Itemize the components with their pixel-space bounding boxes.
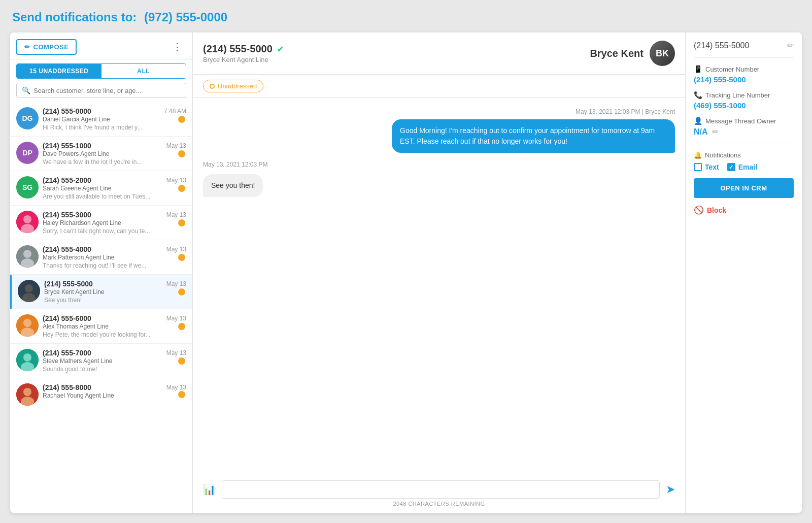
conversation-item-mp[interactable]: (214) 555-4000 May 13 Mark Patterson Age… (10, 240, 192, 275)
text-label: Text (705, 163, 719, 171)
unread-badge-mp (177, 253, 186, 262)
main-container: ✏ COMPOSE ⋮ 15 UNADDRESSED ALL 🔍 DG (214… (10, 32, 802, 513)
svg-point-7 (25, 284, 33, 292)
conversation-item-sm[interactable]: (214) 555-7000 May 13 Steve Mathers Agen… (10, 344, 192, 378)
conv-preview-sg: Are you still available to meet on Tues.… (43, 193, 186, 200)
conv-time-at: May 13 (166, 315, 186, 322)
conv-phone-ry: (214) 555-8000 (43, 383, 91, 391)
phone-icon: 📱 (694, 65, 702, 73)
conv-phone-hr: (214) 555-3000 (43, 211, 91, 219)
avatar-sg: SG (16, 176, 39, 199)
conv-time-bk: May 13 (166, 280, 186, 287)
person-icon: 👤 (694, 117, 702, 125)
verified-icon: ✔ (277, 44, 284, 55)
unread-badge-hr (177, 218, 186, 227)
message2-bubble: See you then! (203, 174, 263, 197)
right-phone: (214) 555-5000 (694, 41, 749, 50)
block-row[interactable]: 🚫 Block (694, 205, 794, 215)
conv-agent-sm: Steve Mathers Agent Line (43, 357, 186, 365)
bell-icon: 🔔 (694, 151, 702, 159)
svg-point-1 (23, 215, 31, 223)
tag-bar: Unaddressed (193, 75, 685, 98)
right-panel: (214) 555-5000 ✏ 📱 Customer Number (214)… (685, 32, 802, 513)
tracking-line-label-row: 📞 Tracking Line Number (694, 91, 794, 99)
avatar-mp (16, 245, 39, 268)
conversation-item-ry[interactable]: (214) 555-8000 May 13 Rachael Young Agen… (10, 378, 192, 411)
conv-body-sg: (214) 555-2000 May 13 Sarah Greene Agent… (43, 176, 186, 200)
conv-agent-bk: Bryce Kent Agent Line (44, 288, 186, 296)
conv-agent-sg: Sarah Greene Agent Line (43, 185, 186, 192)
conversation-item-sg[interactable]: SG (214) 555-2000 May 13 Sarah Greene Ag… (10, 171, 192, 206)
search-input[interactable] (33, 87, 181, 94)
edit-phone-icon[interactable]: ✏ (787, 41, 794, 50)
avatar-sm (16, 349, 39, 371)
attach-button[interactable]: 📊 (201, 481, 218, 498)
unread-badge-ry (177, 390, 186, 399)
conversation-list: DG (214) 555-0000 7:48 AM Daniel Garcia … (10, 102, 192, 513)
chat-agent-line: Bryce Kent Agent Line (203, 56, 284, 63)
conv-time-sg: May 13 (166, 177, 186, 184)
text-notification-option[interactable]: Text (694, 163, 719, 171)
conversation-item-hr[interactable]: (214) 555-3000 May 13 Haley Richardson A… (10, 206, 192, 240)
tag-label: Unaddressed (218, 82, 257, 90)
conversation-item-dp[interactable]: DP (214) 555-1000 May 13 Dave Powers Age… (10, 137, 192, 171)
unread-badge-sg (177, 184, 186, 193)
unread-badge-dg (177, 115, 186, 124)
conv-time-hr: May 13 (166, 211, 186, 218)
thread-owner-label: Message Thread Owner (705, 117, 776, 125)
tag-dot (210, 84, 215, 89)
unread-badge-bk (177, 287, 186, 297)
tracking-line-value: (469) 555-1000 (694, 101, 794, 110)
conv-body-at: (214) 555-6000 May 13 Alex Thomas Agent … (43, 314, 186, 338)
filter-unaddressed-tab[interactable]: 15 UNADDRESSED (17, 64, 101, 78)
conv-agent-mp: Mark Patterson Agent Line (43, 254, 186, 261)
conv-phone-bk: (214) 555-5000 (44, 280, 93, 288)
right-phone-row: (214) 555-5000 ✏ (694, 41, 794, 50)
email-checkbox[interactable]: ✓ (727, 163, 735, 171)
conv-time-sm: May 13 (166, 349, 186, 356)
conv-body-sm: (214) 555-7000 May 13 Steve Mathers Agen… (43, 349, 186, 373)
conv-agent-at: Alex Thomas Agent Line (43, 323, 186, 330)
tracking-line-label: Tracking Line Number (705, 91, 770, 99)
text-checkbox[interactable] (694, 163, 702, 171)
conv-time-dp: May 13 (166, 142, 186, 149)
message1-bubble: Good Morning! I'm reaching out to confir… (392, 119, 675, 153)
search-box: 🔍 (16, 83, 186, 98)
page-header: Send notifications to: (972) 555-0000 (10, 10, 802, 24)
conv-agent-hr: Haley Richardson Agent Line (43, 219, 186, 226)
tracking-line-section: 📞 Tracking Line Number (469) 555-1000 (694, 91, 794, 110)
message2-timestamp: May 13, 2021 12:03 PM (203, 161, 675, 168)
conv-agent-ry: Rachael Young Agent Line (43, 392, 186, 399)
block-icon: 🚫 (694, 205, 704, 215)
chat-header-right: Bryce Kent BK (590, 41, 675, 66)
conversation-item-bk[interactable]: (214) 555-5000 May 13 Bryce Kent Agent L… (10, 275, 192, 309)
more-options-button[interactable]: ⋮ (168, 39, 186, 55)
edit-thread-owner-icon[interactable]: ✏ (712, 127, 719, 137)
unread-badge-sm (177, 356, 186, 366)
middle-panel: (214) 555-5000 ✔ Bryce Kent Agent Line B… (193, 32, 685, 513)
chat-phone-row: (214) 555-5000 ✔ (203, 43, 284, 55)
chat-input[interactable] (222, 480, 660, 499)
message1-timestamp: May 13, 2021 12:03 PM | Bryce Kent (203, 108, 675, 115)
send-button[interactable]: ➤ (664, 481, 677, 498)
header-prefix: Send notifications to: (12, 10, 137, 24)
avatar-ry (16, 383, 39, 406)
chat-phone: (214) 555-5000 (203, 43, 273, 55)
chat-header-left: (214) 555-5000 ✔ Bryce Kent Agent Line (203, 43, 284, 63)
thread-owner-section: 👤 Message Thread Owner N/A ✏ (694, 117, 794, 137)
thread-owner-value-row: N/A ✏ (694, 127, 794, 137)
open-crm-button[interactable]: OPEN IN CRM (694, 178, 794, 198)
header-phone: (972) 555-0000 (144, 10, 227, 24)
filter-all-tab[interactable]: ALL (101, 64, 186, 78)
avatar-hr (16, 211, 39, 233)
conversation-item-at[interactable]: (214) 555-6000 May 13 Alex Thomas Agent … (10, 309, 192, 344)
agent-name: Bryce Kent (590, 48, 644, 59)
compose-button[interactable]: ✏ COMPOSE (16, 39, 77, 55)
conv-preview-at: Hey Pete, the model you're looking for..… (43, 331, 186, 338)
svg-point-13 (23, 353, 31, 362)
email-notification-option[interactable]: ✓ Email (727, 163, 757, 171)
conv-phone-at: (214) 555-6000 (43, 314, 91, 322)
unaddressed-tag[interactable]: Unaddressed (203, 80, 263, 92)
conv-agent-dg: Daniel Garcia Agent Line (43, 116, 186, 123)
conversation-item-dg[interactable]: DG (214) 555-0000 7:48 AM Daniel Garcia … (10, 102, 192, 137)
